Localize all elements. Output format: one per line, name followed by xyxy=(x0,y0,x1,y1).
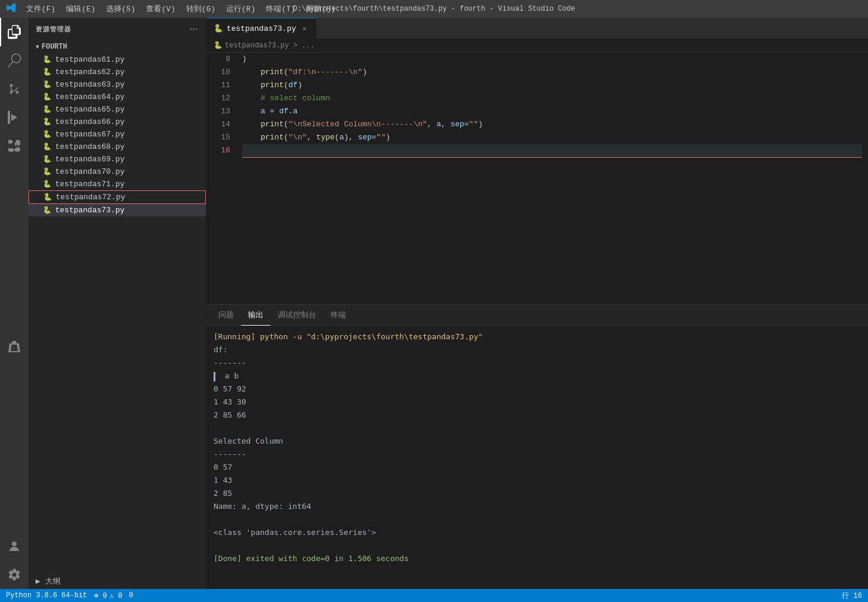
output-separator2: ------- xyxy=(214,448,861,461)
menu-file[interactable]: 文件(F) xyxy=(21,2,60,15)
file-icon-66: 🐍 xyxy=(43,117,52,126)
ln-15: 15 xyxy=(206,131,230,144)
sidebar-outline[interactable]: ▶ 大纲 xyxy=(28,574,206,589)
sidebar: 资源管理器 ··· ▼ FOURTH 🐍 testpandas61.py 🐍 t… xyxy=(28,18,206,589)
output-separator1: ------- xyxy=(214,356,861,370)
folder-label[interactable]: ▼ FOURTH xyxy=(28,40,206,53)
file-name-68: testpandas68.py xyxy=(55,142,125,151)
file-icon-71: 🐍 xyxy=(43,180,52,189)
ln-12: 12 xyxy=(206,92,230,105)
file-item-73[interactable]: 🐍 testpandas73.py xyxy=(28,204,206,216)
panel-tab-output[interactable]: 输出 xyxy=(241,305,271,326)
editor-tab-73[interactable]: 🐍 testpandas73.py ✕ xyxy=(206,18,316,39)
code-line-12: # select column xyxy=(242,92,862,105)
code-line-16 xyxy=(242,144,862,158)
file-item-62[interactable]: 🐍 testpandas62.py xyxy=(28,66,206,78)
file-icon-61: 🐍 xyxy=(43,55,52,64)
menu-select[interactable]: 选择(S) xyxy=(101,2,140,15)
output-done-line: [Done] exited with code=0 in 1.506 secon… xyxy=(214,552,861,565)
file-name-69: testpandas69.py xyxy=(55,155,125,164)
breadcrumb-file-icon: 🐍 xyxy=(214,41,222,50)
tab-file-icon: 🐍 xyxy=(214,24,223,33)
status-python[interactable]: Python 3.8.6 64-bit xyxy=(6,591,87,600)
file-item-70[interactable]: 🐍 testpandas70.py xyxy=(28,165,206,178)
activity-search[interactable] xyxy=(0,46,28,75)
code-line-14: print("\nSelected Column\n-------\n", a,… xyxy=(242,118,862,131)
output-sc-row2: 2 85 xyxy=(214,487,861,500)
panel-tab-problems[interactable]: 问题 xyxy=(211,305,241,326)
sidebar-title: 资源管理器 xyxy=(36,25,71,34)
window-title: D:\pyprojects\fourth\testpandas73.py - f… xyxy=(293,5,575,13)
panel-tab-terminal[interactable]: 终端 xyxy=(323,305,353,326)
file-item-65[interactable]: 🐍 testpandas65.py xyxy=(28,103,206,116)
file-item-69[interactable]: 🐍 testpandas69.py xyxy=(28,153,206,165)
output-blank1 xyxy=(214,422,861,435)
svg-point-1 xyxy=(12,542,17,546)
file-item-71[interactable]: 🐍 testpandas71.py xyxy=(28,178,206,190)
file-name-72: testpandas72.py xyxy=(56,193,125,202)
file-item-67[interactable]: 🐍 testpandas67.py xyxy=(28,128,206,141)
tabs-bar: 🐍 testpandas73.py ✕ xyxy=(206,18,868,39)
output-row0: 0 57 92 xyxy=(214,383,861,396)
activity-settings[interactable] xyxy=(0,560,28,589)
activity-explorer[interactable] xyxy=(0,18,28,46)
ln-10: 10 xyxy=(206,66,230,79)
output-selected-col: Selected Column xyxy=(214,435,861,448)
outline-label: 大纲 xyxy=(45,577,61,586)
file-item-64[interactable]: 🐍 testpandas64.py xyxy=(28,91,206,103)
menu-run[interactable]: 运行(R) xyxy=(221,2,260,15)
file-item-72[interactable]: 🐍 testpandas72.py xyxy=(28,190,206,204)
menu-goto[interactable]: 转到(G) xyxy=(182,2,220,15)
activity-test[interactable] xyxy=(0,332,28,361)
tab-label: testpandas73.py xyxy=(227,24,296,33)
outline-arrow-icon: ▶ xyxy=(36,577,45,586)
code-line-10: print("df:\n-------\n") xyxy=(242,66,862,79)
code-line-13: a = df.a xyxy=(242,105,862,118)
output-blank2 xyxy=(214,513,861,526)
code-area[interactable]: ) print("df:\n-------\n") print(df) # se… xyxy=(236,53,868,304)
activity-account[interactable] xyxy=(0,532,28,560)
sidebar-more-button[interactable]: ··· xyxy=(189,23,199,36)
output-vertical-bar-row: a b xyxy=(214,370,861,383)
line-numbers: 9 10 11 12 13 14 15 16 xyxy=(206,53,236,304)
output-df-label: df: xyxy=(214,343,861,356)
file-icon-73: 🐍 xyxy=(43,206,52,215)
file-item-63[interactable]: 🐍 testpandas63.py xyxy=(28,78,206,91)
status-left: Python 3.8.6 64-bit ⊗ 0 ⚠ 0 0 xyxy=(6,591,133,600)
file-icon-63: 🐍 xyxy=(43,80,52,89)
file-item-68[interactable]: 🐍 testpandas68.py xyxy=(28,141,206,153)
activity-run[interactable] xyxy=(0,103,28,132)
output-name-line: Name: a, dtype: int64 xyxy=(214,500,861,513)
tab-close-button[interactable]: ✕ xyxy=(300,24,309,33)
file-name-61: testpandas61.py xyxy=(55,55,125,64)
panel: 问题 输出 调试控制台 终端 [Running] python -u "d:\p… xyxy=(206,304,868,589)
output-sc-row1: 1 43 xyxy=(214,474,861,487)
code-line-9: ) xyxy=(242,53,862,66)
panel-output[interactable]: [Running] python -u "d:\pyprojects\fourt… xyxy=(206,326,868,589)
output-class-line: <class 'pandas.core.series.Series'> xyxy=(214,526,861,539)
editor-content[interactable]: 9 10 11 12 13 14 15 16 ) print("df:\n---… xyxy=(206,53,868,304)
file-icon-65: 🐍 xyxy=(43,105,52,114)
file-name-71: testpandas71.py xyxy=(55,180,125,189)
folder-name: FOURTH xyxy=(42,43,67,51)
menu-edit[interactable]: 编辑(E) xyxy=(61,2,100,15)
status-errors[interactable]: ⊗ 0 ⚠ 0 0 xyxy=(94,591,133,600)
activity-extensions[interactable] xyxy=(0,132,28,160)
titlebar-left: 文件(F) 编辑(E) 选择(S) 查看(V) 转到(G) 运行(R) 终端(T… xyxy=(6,2,340,16)
file-item-61[interactable]: 🐍 testpandas61.py xyxy=(28,53,206,66)
panel-tab-debug[interactable]: 调试控制台 xyxy=(271,305,323,326)
ln-9: 9 xyxy=(206,53,230,66)
status-line-col[interactable]: 行 16 xyxy=(842,591,862,601)
file-icon-62: 🐍 xyxy=(43,68,52,77)
file-icon-72: 🐍 xyxy=(43,193,52,202)
file-name-66: testpandas66.py xyxy=(55,117,125,126)
status-right: 行 16 xyxy=(842,591,862,601)
file-item-66[interactable]: 🐍 testpandas66.py xyxy=(28,116,206,128)
menu-view[interactable]: 查看(V) xyxy=(141,2,180,15)
file-icon-64: 🐍 xyxy=(43,93,52,101)
ln-14: 14 xyxy=(206,118,230,131)
activity-scm[interactable] xyxy=(0,75,28,103)
code-line-15: print("\n", type(a), sep="") xyxy=(242,131,862,144)
output-row2: 2 85 66 xyxy=(214,409,861,422)
status-warnings-text: ⚠ 0 xyxy=(109,591,122,600)
